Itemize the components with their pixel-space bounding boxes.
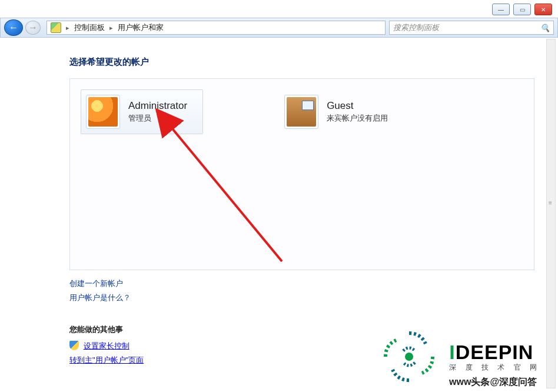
vertical-scrollbar[interactable] [546,39,556,388]
brand-i: I [449,341,455,363]
account-list: Administrator 管理员 Guest 来宾帐户没有启用 [69,78,534,270]
breadcrumb-sep-icon: ▸ [66,24,69,32]
account-role: 管理员 [128,113,187,124]
watermark-text: IDEEPIN 深 度 技 术 官 网 [449,341,540,373]
arrow-right-icon: → [28,22,38,33]
svg-point-1 [405,353,413,361]
close-button[interactable]: ✕ [534,4,552,15]
account-role: 来宾帐户没有启用 [327,113,388,124]
account-name: Guest [327,100,388,112]
account-name: Administrator [128,100,187,112]
search-icon[interactable]: 🔍 [540,24,550,32]
titlebar: ← → ▸ 控制面板 ▸ 用户帐户和家 搜索控制面板 🔍 [0,18,558,38]
account-text: Administrator 管理员 [128,100,187,124]
account-administrator[interactable]: Administrator 管理员 [81,89,203,134]
minimize-button[interactable]: — [492,4,510,15]
account-text: Guest 来宾帐户没有启用 [327,100,388,124]
brand-rest: DEEPIN [456,341,534,363]
control-panel-icon [51,22,61,33]
search-placeholder: 搜索控制面板 [393,22,439,33]
nav-back-button[interactable]: ← [4,19,23,36]
nav-forward-button[interactable]: → [25,21,41,35]
breadcrumb-item[interactable]: 用户帐户和家 [118,22,164,33]
search-input[interactable]: 搜索控制面板 🔍 [389,21,554,35]
swirl-icon [380,327,439,386]
what-is-account-link[interactable]: 用户帐户是什么？ [69,293,131,303]
avatar [284,95,318,129]
breadcrumb[interactable]: ▸ 控制面板 ▸ 用户帐户和家 [46,21,386,35]
watermark-credit: www头条@深度问答 [449,376,537,388]
window-controls: — ▭ ✕ [492,4,552,15]
parental-controls-link[interactable]: 设置家长控制 [84,341,129,350]
breadcrumb-sep-icon: ▸ [109,24,113,32]
avatar-suitcase-icon [287,97,316,127]
arrow-left-icon: ← [9,22,18,33]
shield-icon [69,341,79,350]
breadcrumb-item[interactable]: 控制面板 [74,22,105,33]
goto-main-accounts-link[interactable]: 转到主"用户帐户"页面 [69,356,144,364]
avatar-flower-icon [88,97,118,127]
account-guest[interactable]: Guest 来宾帐户没有启用 [280,89,403,134]
page-title: 选择希望更改的帐户 [69,57,534,68]
create-account-link[interactable]: 创建一个新帐户 [69,278,123,289]
svg-line-0 [170,126,282,261]
brand-subtitle: 深 度 技 术 官 网 [449,363,540,373]
maximize-button[interactable]: ▭ [513,4,531,15]
links-section: 创建一个新帐户 用户帐户是什么？ [69,278,534,307]
avatar [86,95,120,129]
